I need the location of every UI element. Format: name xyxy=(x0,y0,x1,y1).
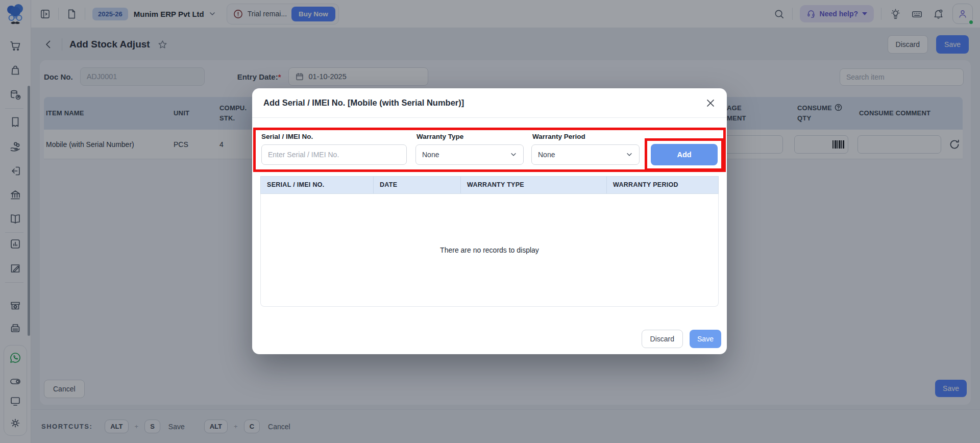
serial-imei-input[interactable] xyxy=(261,144,407,165)
chevron-down-icon xyxy=(626,151,633,158)
modal-header: Add Serial / IMEI No. [Mobile (with Seri… xyxy=(252,88,727,118)
col-warranty-period: WARRANTY PERIOD xyxy=(607,177,718,193)
warranty-type-select[interactable]: None xyxy=(415,144,524,165)
warranty-period-value: None xyxy=(538,151,555,159)
col-date: DATE xyxy=(374,177,461,193)
warranty-type-label: Warranty Type xyxy=(416,133,463,140)
modal-discard-button[interactable]: Discard xyxy=(642,330,683,348)
modal-save-button[interactable]: Save xyxy=(690,330,721,348)
chevron-down-icon xyxy=(510,151,517,158)
warranty-period-select[interactable]: None xyxy=(531,144,640,165)
empty-records-message: There are no records to display xyxy=(260,194,719,307)
serial-table: SERIAL / IMEI NO. DATE WARRANTY TYPE WAR… xyxy=(260,176,719,307)
serial-imei-modal: Add Serial / IMEI No. [Mobile (with Seri… xyxy=(252,88,727,354)
close-icon[interactable] xyxy=(705,98,716,108)
modal-actions: Discard Save xyxy=(642,330,721,348)
warranty-period-label: Warranty Period xyxy=(532,133,585,140)
col-warranty-type: WARRANTY TYPE xyxy=(461,177,607,193)
add-button[interactable]: Add xyxy=(651,144,718,165)
warranty-type-value: None xyxy=(422,151,439,159)
serial-imei-label: Serial / IMEI No. xyxy=(261,133,313,140)
modal-title: Add Serial / IMEI No. [Mobile (with Seri… xyxy=(263,98,464,108)
col-serial-imei: SERIAL / IMEI NO. xyxy=(261,177,374,193)
serial-table-header: SERIAL / IMEI NO. DATE WARRANTY TYPE WAR… xyxy=(260,176,719,194)
